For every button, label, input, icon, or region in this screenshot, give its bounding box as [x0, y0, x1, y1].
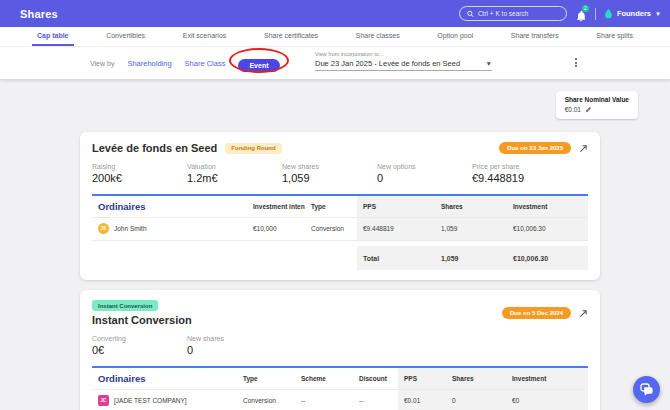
tab-share-certificates[interactable]: Share certificates [259, 27, 323, 46]
total-investment: €10,006.30 [507, 246, 588, 270]
total-label: Total [357, 246, 435, 270]
view-by-label: View by [90, 60, 114, 67]
cell-discount: -- [353, 389, 398, 410]
chevron-down-icon: ▼ [655, 11, 661, 17]
shareholder-name: [JADE TEST COMPANY] [114, 397, 187, 404]
table-row[interactable]: JSJohn Smith €10,000 Conversion €9.44881… [92, 217, 588, 240]
stat-label: Price per share [472, 163, 567, 170]
tab-option-pool[interactable]: Option pool [432, 27, 478, 46]
event-stats: Converting0€ New shares0 [92, 335, 588, 356]
share-class-header: Ordinaires [92, 195, 247, 217]
view-controls-bar: View by Shareholding Share Class Event V… [0, 47, 670, 79]
col-discount: Discount [353, 367, 398, 389]
cell-investment: €0 [506, 389, 588, 410]
more-options-button[interactable] [573, 56, 579, 69]
appbar-actions: 2 Founders ▼ [459, 6, 661, 21]
expand-event-button[interactable] [579, 144, 588, 153]
expand-icon [579, 309, 588, 318]
tab-exit-scenarios[interactable]: Exit scenarios [178, 27, 232, 46]
select-caret-icon: ▼ [486, 60, 492, 67]
stat-label: Raising [92, 163, 187, 170]
col-shares: Shares [446, 367, 506, 389]
view-by-shareholding[interactable]: Shareholding [127, 59, 171, 68]
view-range-select[interactable]: View from incorporation to... Due 23 Jan… [315, 51, 492, 71]
event-card-instant-conversion: Instant Conversion Instant Conversion Du… [80, 290, 600, 410]
col-investment: Investment [506, 367, 588, 389]
total-shares: 1,059 [435, 246, 507, 270]
col-pps: PPS [398, 367, 446, 389]
col-type: Type [305, 195, 357, 217]
stat-label: New shares [282, 163, 377, 170]
stat-value: €9.448819 [472, 172, 567, 184]
notification-badge: 2 [582, 5, 589, 12]
tab-share-splits[interactable]: Share splits [591, 27, 638, 46]
shareholders-table: Ordinaires Investment intent Type PPS Sh… [92, 194, 588, 270]
cell-scheme: -- [295, 389, 353, 410]
view-by-share-class[interactable]: Share Class [185, 59, 226, 68]
search-input[interactable] [478, 10, 559, 17]
stat-value: 0€ [92, 344, 187, 356]
nominal-title: Share Nominal Value [565, 96, 629, 103]
col-pps: PPS [357, 195, 435, 217]
expand-icon [579, 144, 588, 153]
cell-pps: €0.01 [398, 389, 446, 410]
page-title: Shares [20, 8, 58, 20]
share-class-header: Ordinaires [92, 367, 237, 389]
col-scheme: Scheme [295, 367, 353, 389]
account-name: Founders [617, 9, 651, 18]
edit-icon[interactable] [585, 106, 592, 113]
cell-type: Conversion [305, 217, 357, 240]
tab-share-transfers[interactable]: Share transfers [506, 27, 564, 46]
col-type: Type [237, 367, 295, 389]
cell-shares: 0 [446, 389, 506, 410]
notifications-button[interactable]: 2 [575, 8, 587, 20]
main-content: Share Nominal Value €0.01 Levée de fonds… [0, 79, 670, 410]
cell-type: Conversion [237, 389, 295, 410]
table-row[interactable]: JC[JADE TEST COMPANY] Conversion -- -- €… [92, 389, 588, 410]
stat-label: Converting [92, 335, 187, 342]
view-by-event[interactable]: Event [238, 59, 279, 72]
droplet-icon [604, 8, 613, 19]
view-range-value: Due 23 Jan 2025 - Levée de fonds en Seed [315, 59, 460, 68]
col-investment: Investment [507, 195, 588, 217]
shareholders-table: Ordinaires Type Scheme Discount PPS Shar… [92, 366, 588, 410]
event-type-badge: Instant Conversion [92, 300, 158, 311]
cell-shares: 1,059 [435, 217, 507, 240]
table-total-row: Total 1,059 €10,006.30 [92, 246, 588, 270]
tab-share-classes[interactable]: Share classes [351, 27, 405, 46]
view-range-label: View from incorporation to... [315, 51, 492, 57]
cell-pps: €9.448819 [357, 217, 435, 240]
tab-bar: Cap table Convertibles Exit scenarios Sh… [0, 27, 670, 47]
chat-widget-button[interactable] [633, 376, 660, 403]
cell-investment: €10,006.30 [507, 217, 588, 240]
stat-label: New options [377, 163, 472, 170]
table-header-row: Ordinaires Type Scheme Discount PPS Shar… [92, 367, 588, 389]
shareholder-name: John Smith [114, 225, 147, 232]
chat-bubbles-icon [640, 383, 653, 396]
account-menu[interactable]: Founders ▼ [604, 8, 661, 19]
cell-intent: €10,000 [247, 217, 305, 240]
due-date-badge: Due on 5 Dec 2024 [502, 307, 571, 319]
tab-convertibles[interactable]: Convertibles [101, 27, 150, 46]
event-title: Levée de fonds en Seed [92, 142, 217, 154]
col-shares: Shares [435, 195, 507, 217]
appbar-divider [595, 8, 596, 20]
event-title: Instant Conversion [92, 314, 192, 326]
table-header-row: Ordinaires Investment intent Type PPS Sh… [92, 195, 588, 217]
stat-value: 200k€ [92, 172, 187, 184]
nominal-value: €0.01 [565, 106, 581, 113]
stat-value: 0 [377, 172, 472, 184]
stat-value: 1.2m€ [187, 172, 282, 184]
global-search[interactable] [459, 6, 567, 21]
stat-label: New shares [187, 335, 282, 342]
col-investment-intent: Investment intent [247, 195, 305, 217]
tab-cap-table[interactable]: Cap table [32, 27, 74, 46]
stat-value: 1,059 [282, 172, 377, 184]
expand-event-button[interactable] [579, 309, 588, 318]
due-date-badge: Due on 23 Jan 2025 [499, 142, 571, 154]
search-icon [467, 10, 474, 18]
event-type-badge: Funding Round [225, 143, 281, 154]
stat-label: Valuation [187, 163, 282, 170]
avatar: JC [98, 395, 109, 406]
event-card-funding-round: Levée de fonds en Seed Funding Round Due… [80, 132, 600, 280]
